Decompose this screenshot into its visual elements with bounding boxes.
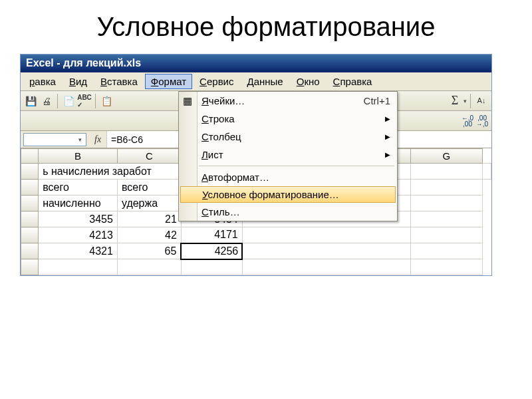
separator (95, 94, 96, 108)
select-all-corner[interactable] (21, 149, 39, 164)
autosum-icon[interactable]: Σ (448, 94, 462, 108)
menu-item-вид[interactable]: Вид (63, 74, 93, 89)
chevron-down-icon[interactable]: ▾ (464, 98, 467, 104)
row-header[interactable] (21, 196, 39, 211)
menu-item[interactable]: Столбец▶ (179, 128, 397, 146)
menu-item[interactable]: Лист▶ (179, 146, 397, 164)
menu-item-label: Лист (201, 149, 223, 160)
menu-item-label: Столбец (201, 131, 241, 142)
menu-item-label: Ячейки… (201, 95, 245, 106)
cell[interactable] (181, 259, 242, 275)
menu-bar: равкаВидВставкаФорматСервисДанныеОкноСпр… (21, 72, 491, 91)
cell[interactable] (410, 259, 482, 275)
cell[interactable]: 3455 (39, 211, 118, 227)
menu-item-label: Строка (201, 113, 235, 124)
cell[interactable]: 42 (117, 227, 181, 243)
menu-item-label: Автоформат… (201, 172, 269, 183)
menu-item-равка[interactable]: равка (23, 74, 62, 89)
slide-title: Условное форматирование (0, 0, 532, 54)
name-box[interactable]: ▾ (23, 133, 86, 146)
increase-decimal-icon[interactable]: ←,0,00 (461, 114, 474, 128)
excel-window: Excel - для лекций.xls равкаВидВставкаФо… (20, 54, 492, 276)
cells-icon: ▦ (182, 95, 194, 107)
column-header-B[interactable]: B (39, 149, 118, 164)
menu-item[interactable]: Ячейки…▦Ctrl+1 (179, 92, 397, 110)
chevron-down-icon: ▾ (78, 136, 82, 143)
format-menu-dropdown: Ячейки…▦Ctrl+1Строка▶Столбец▶Лист▶Автофо… (178, 91, 398, 221)
cell[interactable]: 4321 (39, 243, 118, 259)
cell[interactable] (410, 180, 482, 196)
cell[interactable]: 4256 (181, 243, 242, 259)
row-header[interactable] (21, 164, 39, 180)
row-header[interactable] (21, 180, 39, 196)
cell[interactable] (410, 227, 482, 243)
cell[interactable] (242, 259, 410, 275)
cell[interactable] (483, 164, 491, 180)
menu-item[interactable]: Автоформат… (179, 168, 397, 186)
cell[interactable] (39, 259, 118, 275)
menu-item-окно[interactable]: Окно (291, 74, 326, 89)
cell[interactable] (410, 243, 482, 259)
menu-separator (199, 166, 394, 166)
row-header[interactable] (21, 243, 39, 259)
menu-item[interactable]: Условное форматирование… (180, 186, 396, 203)
row-header[interactable] (21, 211, 39, 227)
print-preview-icon[interactable]: 📄 (61, 94, 76, 108)
column-header-G[interactable]: G (410, 149, 482, 164)
menu-item[interactable]: Строка▶ (179, 110, 397, 128)
cell[interactable]: 65 (117, 243, 181, 259)
menu-item-данные[interactable]: Данные (241, 74, 289, 89)
menu-item[interactable]: Стиль… (179, 203, 397, 221)
row-header[interactable] (21, 259, 39, 275)
cell[interactable] (242, 227, 410, 243)
cell[interactable] (242, 243, 410, 259)
cell[interactable]: 4171 (181, 227, 242, 243)
cell[interactable] (117, 259, 181, 275)
menu-item-label: Условное форматирование… (202, 189, 339, 200)
separator (470, 94, 471, 108)
sort-icon[interactable]: А↓ (474, 94, 489, 108)
menu-shortcut: Ctrl+1 (364, 95, 390, 106)
cell[interactable]: 4213 (39, 227, 118, 243)
cell[interactable] (410, 211, 482, 227)
submenu-arrow-icon: ▶ (385, 133, 390, 140)
menu-item-справка[interactable]: Справка (327, 74, 378, 89)
window-titlebar: Excel - для лекций.xls (21, 55, 491, 72)
fx-label[interactable]: fx (89, 134, 106, 145)
submenu-arrow-icon: ▶ (385, 115, 390, 122)
cell[interactable]: начисленно (39, 196, 118, 211)
cell[interactable]: всего (39, 180, 118, 196)
cell[interactable] (410, 164, 482, 180)
print-icon[interactable]: 🖨 (39, 94, 54, 108)
formula-text: =B6-C6 (111, 134, 143, 145)
save-icon[interactable]: 💾 (23, 94, 38, 108)
cell[interactable]: всего (117, 180, 181, 196)
cell[interactable]: 21 (117, 211, 181, 227)
cell[interactable]: удержа (117, 196, 181, 211)
menu-item-label: Стиль… (201, 206, 240, 217)
decrease-decimal-icon[interactable]: ,00→,0 (475, 114, 489, 128)
row-header[interactable] (21, 227, 39, 243)
column-header-C[interactable]: C (117, 149, 181, 164)
menu-item-вставка[interactable]: Вставка (94, 74, 144, 89)
menu-item-сервис[interactable]: Сервис (194, 74, 239, 89)
menu-item-формат[interactable]: Формат (145, 74, 192, 89)
separator (57, 94, 58, 108)
properties-icon[interactable]: 📋 (99, 94, 114, 108)
cell[interactable] (410, 196, 482, 211)
spellcheck-icon[interactable]: ABC✓ (77, 94, 92, 108)
submenu-arrow-icon: ▶ (385, 151, 390, 158)
